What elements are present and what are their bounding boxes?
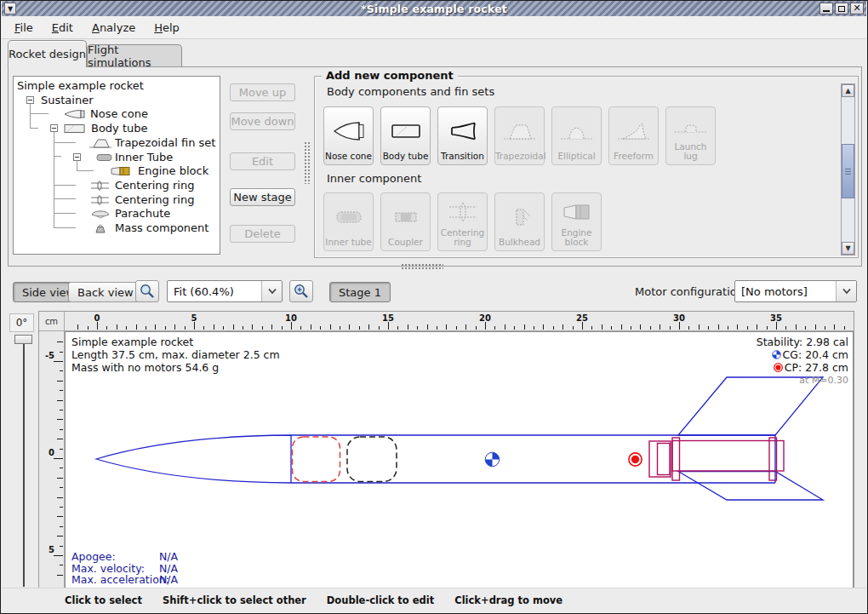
tree-item-parachute[interactable]: Parachute	[115, 206, 170, 221]
tree-item-mass-component[interactable]: Mass component	[115, 221, 208, 235]
tree-item-engine-block[interactable]: Engine block	[138, 164, 208, 178]
mach-note: at M=0.30	[757, 374, 848, 387]
close-button[interactable]: ✕	[850, 3, 864, 14]
tree-expander-icon[interactable]	[26, 96, 34, 104]
launch-lug-icon	[666, 107, 715, 142]
new-stage-button[interactable]: New stage	[230, 188, 295, 206]
fin-icon	[495, 107, 544, 152]
tree-expander-icon[interactable]	[50, 124, 58, 132]
ruler-tick	[349, 324, 350, 330]
ruler-tick	[57, 439, 63, 439]
scrollbar-thumb[interactable]	[842, 144, 854, 198]
status-hint: Click to select	[65, 594, 142, 606]
ruler-tick	[194, 322, 195, 330]
horizontal-splitter-handle[interactable]	[401, 263, 443, 270]
add-inner-tube-button[interactable]: Inner tube	[323, 192, 374, 251]
add-button-label: Bulkhead	[495, 238, 544, 250]
menu-item-file[interactable]: File	[5, 18, 43, 37]
ruler-tick	[485, 322, 486, 330]
component-tree[interactable]: Simple example rocketSustainerNose coneB…	[13, 76, 220, 255]
menu-item-help[interactable]: Help	[145, 18, 189, 37]
tree-item-centering-ring[interactable]: Centering ring	[115, 192, 194, 207]
zoom-in-button[interactable]	[289, 280, 313, 302]
ruler-tick	[805, 326, 806, 330]
menu-item-edit[interactable]: Edit	[43, 18, 83, 37]
edit-button[interactable]: Edit	[230, 152, 295, 170]
vertical-splitter-handle[interactable]	[304, 141, 311, 184]
tree-item-sustainer[interactable]: Sustainer	[41, 93, 94, 107]
cg-marker[interactable]	[485, 452, 499, 466]
back-view-button[interactable]: Back view	[68, 282, 143, 302]
add-transition-button[interactable]: Transition	[437, 106, 488, 165]
title-bar[interactable]: ▼ *Simple example rocket ✕	[2, 1, 866, 16]
move-up-button[interactable]: Move up	[230, 83, 295, 101]
rocket-canvas[interactable]: Simple example rocket Length 37.5 cm, ma…	[65, 331, 854, 588]
rotation-angle-display[interactable]: 0°	[9, 313, 34, 332]
scroll-up-button[interactable]: ▲	[842, 84, 854, 97]
delete-button[interactable]: Delete	[230, 225, 295, 243]
ruler-tick	[708, 326, 709, 330]
close-icon: ✕	[853, 4, 860, 13]
cg-icon	[772, 350, 781, 359]
tab-flight-simulations[interactable]: Flight simulations	[87, 44, 182, 67]
ruler-tick	[262, 326, 263, 330]
zoom-out-button[interactable]	[135, 280, 159, 302]
ruler-tick	[60, 410, 63, 410]
fin-lower-outline	[678, 472, 823, 501]
minimize-button[interactable]	[819, 3, 833, 14]
ruler-tick	[203, 326, 204, 330]
zoom-combobox-arrow[interactable]	[261, 281, 282, 301]
add-body-tube-button[interactable]: Body tube	[380, 106, 431, 165]
add-trapezoidal-button[interactable]: Trapezoidal	[494, 106, 545, 165]
menu-item-analyze[interactable]: Analyze	[83, 18, 145, 37]
chevron-down-icon	[267, 288, 277, 295]
tab-rocket-design[interactable]: Rocket design	[8, 40, 87, 67]
stage-1-toggle[interactable]: Stage 1	[329, 282, 391, 302]
motor-configuration-combobox[interactable]: [No motors]	[734, 280, 857, 302]
tree-item-body-tube[interactable]: Body tube	[91, 121, 148, 135]
add-engine-block-button[interactable]: Engine block	[551, 192, 602, 251]
add-button-label: Trapezoidal	[495, 152, 544, 164]
nose-cone-outline	[96, 435, 291, 483]
move-down-button[interactable]: Move down	[230, 112, 295, 130]
ruler-tick	[640, 324, 641, 330]
coupler-icon	[381, 193, 430, 238]
scroll-down-button[interactable]: ▼	[842, 242, 854, 255]
ruler-tick	[57, 478, 63, 479]
ruler-tick	[60, 468, 63, 468]
ruler-tick	[185, 326, 186, 330]
ruler-tick	[844, 326, 845, 330]
add-centering-ring-button[interactable]: Centering ring	[437, 192, 488, 251]
add-coupler-button[interactable]: Coupler	[380, 192, 431, 251]
ruler-label: 25	[572, 313, 592, 323]
tree-connector-line	[54, 156, 61, 157]
slider-handle[interactable]	[14, 335, 32, 344]
add-bulkhead-button[interactable]: Bulkhead	[494, 192, 545, 251]
tree-item-nose-cone[interactable]: Nose cone	[90, 106, 148, 121]
ruler-tick	[408, 324, 408, 330]
transition-icon	[438, 107, 487, 152]
design-info: Simple example rocket Length 37.5 cm, ma…	[71, 336, 280, 374]
add-nose-cone-button[interactable]: Nose cone	[323, 106, 374, 165]
add-elliptical-button[interactable]: Elliptical	[551, 106, 602, 165]
add-button-label: Elliptical	[552, 152, 601, 164]
zoom-level-combobox[interactable]: Fit (60.4%)	[167, 280, 283, 302]
add-launch-lug-button[interactable]: Launch lug	[665, 106, 716, 165]
component-scrollbar[interactable]: ▲ ▼	[841, 83, 855, 255]
cp-marker[interactable]	[629, 453, 642, 466]
rotation-slider[interactable]	[9, 333, 38, 588]
tree-item-trapezoidal-fin-set[interactable]: Trapezoidal fin set	[115, 135, 215, 150]
tree-item-centering-ring[interactable]: Centering ring	[115, 178, 194, 192]
tree-expander-icon[interactable]	[73, 153, 81, 161]
add-button-label: Launch lug	[666, 142, 715, 164]
tree-item-simple-example-rocket[interactable]: Simple example rocket	[17, 78, 144, 93]
ruler-tick	[252, 324, 253, 330]
mass-component-outline	[347, 437, 397, 482]
motor-combobox-arrow[interactable]	[836, 281, 856, 301]
fin-icon	[88, 136, 113, 148]
add-component-panel: Add new component ▲ ▼ Body components an…	[314, 76, 859, 258]
tree-item-inner-tube[interactable]: Inner Tube	[115, 150, 173, 164]
ruler-tick	[699, 324, 700, 330]
add-freeform-button[interactable]: Freeform	[608, 106, 659, 165]
maximize-button[interactable]	[835, 3, 848, 14]
